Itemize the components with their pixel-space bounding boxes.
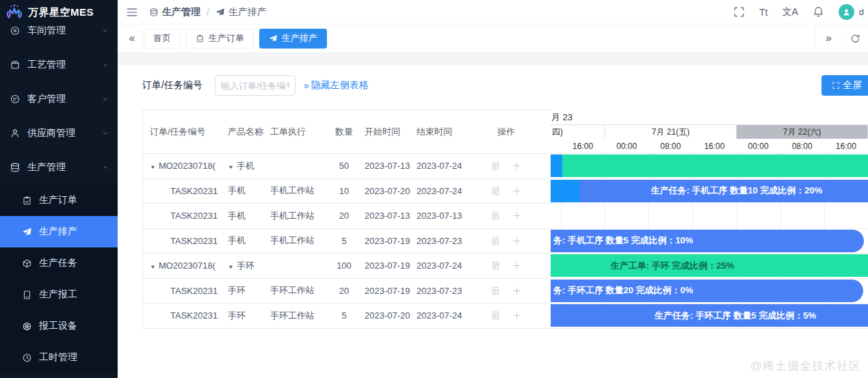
gantt-bar[interactable]: 务: 手环工序 数量20 完成比例：0% (551, 280, 863, 302)
table-row[interactable]: TASK20231手机手机工作站102023-07-202023-07-24 (143, 179, 551, 204)
plus-icon[interactable] (512, 186, 522, 196)
language-icon[interactable]: 文A (782, 6, 798, 18)
plus-icon[interactable] (512, 260, 522, 271)
refresh-icon[interactable] (842, 25, 868, 52)
plus-icon[interactable] (512, 236, 522, 246)
order-task-id: TASK20231 (143, 310, 225, 321)
breadcrumb-item-production-management[interactable]: 生产管理 (149, 6, 200, 18)
sidebar-item-process-management[interactable]: 工艺管理 (0, 48, 118, 82)
document-icon[interactable] (490, 186, 501, 196)
gantt-bar[interactable] (551, 154, 868, 177)
caret-down-icon[interactable]: ▼ (150, 164, 156, 170)
end-date: 2023-07-24 (414, 161, 462, 171)
gantt-bar[interactable]: 务: 手机工序 数量5 完成比例：10% (551, 230, 864, 252)
gantt-time-cell: 08:00 (780, 141, 824, 151)
document-icon[interactable] (490, 286, 501, 296)
table-body: ▼MO20230718(▼手机502023-07-132023-07-24TAS… (143, 154, 551, 329)
table-row[interactable]: ▼MO20230718(▼手机502023-07-132023-07-24 (143, 154, 551, 179)
table-row[interactable]: TASK20231手环手环工作站52023-07-202023-07-24 (143, 303, 551, 329)
gantt-bar[interactable]: 生产任务: 手机工序 数量10 完成比例：20% (551, 180, 868, 202)
plus-icon[interactable] (512, 211, 522, 221)
sidebar-item-customer-management[interactable]: 客户管理 (0, 82, 118, 116)
product-name: 手环 (225, 284, 267, 297)
sidebar-item-report-device[interactable]: 报工设备 (0, 310, 118, 342)
menu-fold-icon[interactable] (126, 6, 138, 18)
plus-icon[interactable] (512, 286, 522, 296)
gantt-bar-progress (551, 180, 580, 202)
tab-label: 首页 (153, 32, 171, 44)
fullscreen-icon[interactable] (733, 6, 745, 18)
plus-icon[interactable] (512, 310, 522, 321)
sidebar-menu: 车间管理工艺管理客户管理供应商管理生产管理生产订单生产排产生产任务生产报工报工设… (0, 25, 118, 378)
tab-production-schedule[interactable]: 生产排产 (259, 29, 327, 49)
document-icon[interactable] (490, 211, 501, 221)
start-date: 2023-07-19 (362, 260, 414, 271)
table-row[interactable]: TASK20231手机手机工作站52023-07-192023-07-23 (143, 229, 551, 254)
tab-production-order[interactable]: 生产订单 (186, 29, 254, 49)
sidebar-item-workshop-management[interactable]: 车间管理 (0, 25, 118, 48)
tab-home[interactable]: 首页 (144, 29, 181, 49)
caret-down-icon[interactable]: ▼ (228, 164, 234, 170)
gantt-bar[interactable]: 生产任务: 手环工序 数量5 完成比例：5% (551, 304, 868, 327)
avatar[interactable] (839, 4, 854, 20)
database-icon (149, 8, 159, 17)
quantity: 50 (326, 161, 362, 171)
bell-icon[interactable] (813, 6, 824, 18)
quantity: 5 (326, 236, 362, 246)
plus-icon[interactable] (512, 161, 522, 171)
sidebar-item-work-hours[interactable]: 工时管理 (0, 342, 118, 373)
sidebar-item-label: 客户管理 (27, 93, 66, 105)
toolbar: 订单/任务编号 » 隐藏左侧表格 (142, 75, 369, 96)
gantt-day-cell: 7月 22(六) (737, 125, 868, 139)
document-icon[interactable] (490, 310, 501, 321)
gantt-bar[interactable]: 生产工单: 手环 完成比例：25% (551, 254, 868, 277)
breadcrumb-label: 生产管理 (162, 6, 200, 18)
search-label: 订单/任务编号 (142, 79, 202, 92)
workstation: 手环工作站 (267, 310, 326, 322)
tabs-next-icon[interactable]: » (815, 25, 842, 52)
watermark: @稀土掘金技术社区 (750, 358, 861, 374)
sidebar-item-label: 工艺管理 (27, 59, 66, 71)
font-size-icon[interactable]: Tt (759, 7, 767, 18)
username[interactable]: d (859, 7, 864, 17)
tabbar: « 首页生产订单生产排产 » (118, 25, 868, 52)
table-row[interactable]: TASK20231手机手机工作站202023-07-132023-07-13 (143, 204, 551, 229)
gantt-bar-label: 生产任务: 手机工序 数量10 完成比例：20% (651, 185, 823, 197)
gantt-time-cell: 00:00 (605, 141, 648, 151)
quantity: 5 (326, 310, 362, 321)
caret-down-icon[interactable]: ▼ (228, 264, 234, 270)
document-icon[interactable] (490, 260, 501, 271)
sidebar-item-production-order[interactable]: 生产订单 (0, 185, 118, 216)
breadcrumb-item-production-schedule[interactable]: 生产排产 (215, 6, 267, 18)
gantt-row: 生产任务: 手环工序 数量5 完成比例：5% (551, 303, 868, 329)
product-name: 手环 (225, 310, 267, 322)
search-input[interactable] (215, 75, 295, 96)
document-icon[interactable] (490, 236, 501, 246)
gantt-bar-label: 务: 手机工序 数量5 完成比例：10% (553, 234, 693, 247)
order-task-id: TASK20231 (143, 286, 225, 296)
caret-down-icon[interactable]: ▼ (150, 264, 156, 270)
sidebar-item-production-task[interactable]: 生产任务 (0, 247, 118, 279)
sidebar-item-production-report[interactable]: 生产报工 (0, 279, 118, 310)
sidebar-item-label: 工时管理 (39, 351, 77, 364)
topbar: 生产管理 / 生产排产 Tt 文A d (118, 0, 868, 25)
order-icon (22, 195, 32, 206)
sidebar-item-production-management[interactable]: 生产管理 (0, 150, 118, 185)
hide-left-table-link[interactable]: » 隐藏左侧表格 (304, 79, 369, 92)
tab-label: 生产订单 (209, 32, 244, 44)
sidebar-item-supplier-management[interactable]: 供应商管理 (0, 116, 118, 150)
app-logo[interactable]: 万界星空MES (0, 0, 118, 25)
sidebar-item-production-schedule[interactable]: 生产排产 (0, 216, 118, 247)
product-name: 手机 (225, 234, 267, 247)
document-icon[interactable] (490, 161, 501, 171)
gantt-week-header: 月 23 (551, 109, 868, 124)
table-row[interactable]: TASK20231手环手环工作站202023-07-192023-07-23 (143, 279, 551, 304)
gantt-fullscreen-button[interactable]: 全屏 (821, 75, 868, 96)
order-icon (196, 34, 205, 43)
table-row[interactable]: ▼MO20230718(▼手环1002023-07-192023-07-24 (143, 254, 551, 279)
workstation: 手机工作站 (267, 234, 326, 247)
main-card: 订单/任务编号 » 隐藏左侧表格 全屏 订单/任务编号产品名称工单执行数量开始时… (118, 66, 868, 378)
tabs-prev-icon[interactable]: « (123, 32, 141, 44)
gantt-body: 生产任务: 手机工序 数量10 完成比例：20%务: 手机工序 数量5 完成比例… (551, 154, 868, 329)
order-task-table: 订单/任务编号产品名称工单执行数量开始时间结束时间操作 ▼MO20230718(… (142, 109, 551, 329)
